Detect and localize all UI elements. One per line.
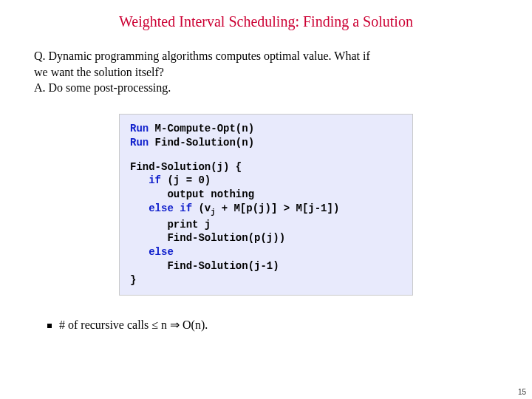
keyword-elseif: else if — [149, 202, 192, 214]
slide-title: Weighted Interval Scheduling: Finding a … — [0, 0, 532, 30]
bullet-row: # of recursive calls ≤ n ⇒ O(n). — [0, 296, 532, 332]
answer-line: A. Do some post-processing. — [34, 81, 171, 94]
code-line-rec1: Find-Solution(p(j)) — [130, 231, 402, 245]
code-line-print: print j — [130, 218, 402, 232]
code-close-brace: } — [130, 273, 402, 287]
code-text: Find-Solution(n) — [149, 137, 254, 149]
keyword-run: Run — [130, 137, 149, 149]
page-number: 15 — [518, 388, 526, 396]
code-line-rec2: Find-Solution(j-1) — [130, 259, 402, 273]
code-line-output: output nothing — [130, 188, 402, 202]
code-line-elseif: else if (vj + M[p(j)] > M[j-1]) — [130, 202, 402, 217]
code-line-run1: Run M-Compute-Opt(n) — [130, 122, 402, 136]
slide: Weighted Interval Scheduling: Finding a … — [0, 0, 532, 399]
code-line-if: if (j = 0) — [130, 174, 402, 188]
bullet-icon — [47, 324, 52, 328]
bullet-text: # of recursive calls ≤ n ⇒ O(n). — [59, 318, 208, 331]
keyword-else: else — [149, 246, 174, 258]
keyword-run: Run — [130, 123, 149, 134]
code-text: + M[p(j)] > M[j-1]) — [215, 202, 339, 214]
code-fn-sig: Find-Solution(j) { — [130, 160, 402, 174]
keyword-if: if — [149, 174, 161, 186]
code-text: (v — [192, 202, 211, 214]
question-line1: Q. Dynamic programming algorithms comput… — [34, 50, 370, 62]
question-line2: we want the solution itself? — [34, 66, 164, 78]
code-line-else: else — [130, 245, 402, 259]
code-text: M-Compute-Opt(n) — [149, 123, 254, 134]
code-box: Run M-Compute-Opt(n) Run Find-Solution(n… — [119, 114, 413, 296]
code-text: (j = 0) — [161, 174, 211, 186]
body-text: Q. Dynamic programming algorithms comput… — [0, 30, 532, 96]
code-line-run2: Run Find-Solution(n) — [130, 136, 402, 150]
